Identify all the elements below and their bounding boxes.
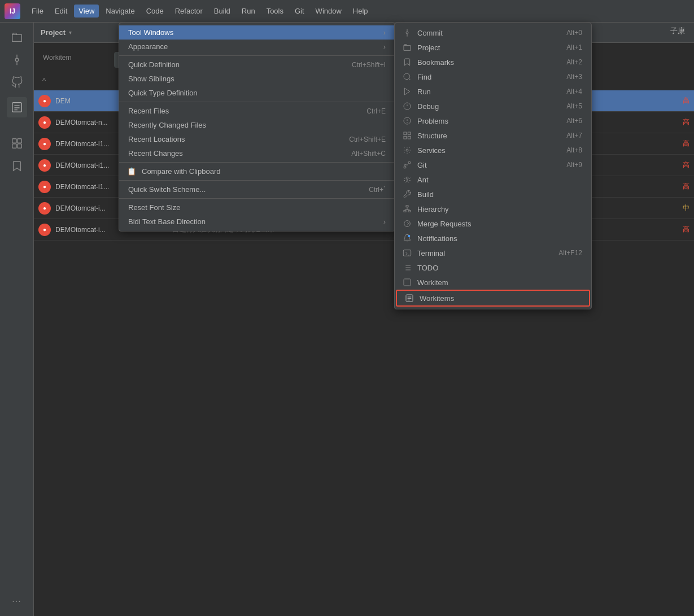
merge-requests-icon xyxy=(401,219,413,228)
menu-item-label: Hierarchy xyxy=(417,205,449,213)
svg-rect-25 xyxy=(404,136,407,139)
svg-rect-32 xyxy=(404,211,406,212)
menu-item-label: Commit xyxy=(417,29,443,37)
submenu-arrow: › xyxy=(383,42,386,51)
shortcut: Alt+0 xyxy=(566,29,582,37)
menu-item-label: Structure xyxy=(417,132,447,140)
svg-rect-23 xyxy=(404,132,407,135)
menu-item-workitem[interactable]: Workitem xyxy=(395,275,591,290)
menu-item-recent-files[interactable]: Recent Files Ctrl+E xyxy=(119,104,395,118)
menu-item-project[interactable]: Project Alt+1 xyxy=(395,40,591,55)
menu-item-bidi-text[interactable]: Bidi Text Base Direction › xyxy=(119,215,395,229)
menu-item-label: Build xyxy=(417,190,434,199)
svg-rect-31 xyxy=(406,206,408,207)
menu-item-todo[interactable]: TODO xyxy=(395,260,591,275)
workitem-icon xyxy=(401,278,413,287)
menu-item-workitems[interactable]: Workitems xyxy=(396,290,590,307)
menu-item-commit[interactable]: Commit Alt+0 xyxy=(395,25,591,40)
menu-divider xyxy=(119,102,395,102)
menu-item-git[interactable]: Git Alt+9 xyxy=(395,158,591,172)
menu-item-recent-locations[interactable]: Recent Locations Ctrl+Shift+E xyxy=(119,132,395,146)
commit-icon xyxy=(401,28,413,37)
menu-item-label: Show Siblings xyxy=(128,75,174,83)
menu-item-label: Recent Locations xyxy=(128,135,185,143)
svg-point-29 xyxy=(408,161,411,164)
menu-item-appearance[interactable]: Appearance › xyxy=(119,40,395,54)
menu-divider xyxy=(119,162,395,163)
menu-item-quick-switch[interactable]: Quick Switch Scheme... Ctrl+` xyxy=(119,182,395,196)
menu-item-label: Quick Switch Scheme... xyxy=(128,185,206,194)
menu-item-label: Debug xyxy=(417,102,439,111)
menu-item-terminal[interactable]: Terminal Alt+F12 xyxy=(395,246,591,260)
menu-item-ant[interactable]: Ant xyxy=(395,172,591,187)
menu-item-label: Reset Font Size xyxy=(128,203,181,212)
menu-item-hierarchy[interactable]: Hierarchy xyxy=(395,202,591,216)
menu-item-show-siblings[interactable]: Show Siblings xyxy=(119,72,395,86)
svg-point-27 xyxy=(406,149,408,151)
shortcut: Alt+7 xyxy=(566,132,582,139)
todo-icon xyxy=(401,263,413,272)
menu-item-label: Bookmarks xyxy=(417,58,454,67)
menu-item-tool-windows[interactable]: Tool Windows › xyxy=(119,25,395,40)
menu-item-build[interactable]: Build xyxy=(395,187,591,202)
svg-rect-26 xyxy=(408,136,411,139)
menu-item-run[interactable]: Run Alt+4 xyxy=(395,84,591,99)
svg-rect-48 xyxy=(406,295,413,302)
shortcut: Alt+8 xyxy=(566,146,582,154)
workitems-icon xyxy=(404,294,415,303)
shortcut: Ctrl+` xyxy=(369,186,386,194)
menu-item-compare-clipboard[interactable]: 📋 Compare with Clipboard xyxy=(119,164,395,178)
menu-item-reset-font[interactable]: Reset Font Size xyxy=(119,200,395,215)
menu-item-problems[interactable]: Problems Alt+6 xyxy=(395,113,591,128)
menu-item-label: Tool Windows xyxy=(128,28,173,37)
menu-item-label: Quick Definition xyxy=(128,60,180,69)
menu-item-label: Project xyxy=(417,43,440,52)
svg-line-15 xyxy=(409,78,411,80)
svg-point-30 xyxy=(406,177,408,179)
menu-item-find[interactable]: Find Alt+3 xyxy=(395,69,591,84)
find-icon xyxy=(401,72,413,81)
notifications-icon xyxy=(401,234,413,243)
build-icon xyxy=(401,190,413,199)
menu-overlay: Tool Windows › Appearance › Quick Defini… xyxy=(0,0,694,616)
menu-item-structure[interactable]: Structure Alt+7 xyxy=(395,128,591,143)
shortcut: Alt+1 xyxy=(566,43,582,51)
submenu-arrow: › xyxy=(383,217,386,226)
git-icon xyxy=(401,160,413,169)
menu-item-label: Git xyxy=(417,161,427,169)
svg-rect-24 xyxy=(408,132,411,135)
menu-item-bookmarks[interactable]: Bookmarks Alt+2 xyxy=(395,55,591,69)
menu-item-label: Recent Files xyxy=(128,107,169,115)
menu-item-label: Compare with Clipboard xyxy=(142,167,220,176)
project-icon xyxy=(401,43,413,52)
problems-icon xyxy=(401,116,413,125)
shortcut: Alt+F12 xyxy=(558,249,582,257)
menu-item-label: TODO xyxy=(417,264,438,272)
shortcut: Alt+Shift+C xyxy=(351,150,386,158)
menu-item-notifications[interactable]: Notifications xyxy=(395,231,591,246)
menu-item-label: Appearance xyxy=(128,42,168,51)
menu-item-recently-changed[interactable]: Recently Changed Files xyxy=(119,118,395,132)
menu-item-label: Quick Type Definition xyxy=(128,89,198,97)
ant-icon xyxy=(401,175,413,184)
shortcut: Alt+9 xyxy=(566,161,582,169)
menu-item-label: Ant xyxy=(417,176,429,184)
menu-item-debug[interactable]: Debug Alt+5 xyxy=(395,99,591,113)
menu-item-recent-changes[interactable]: Recent Changes Alt+Shift+C xyxy=(119,146,395,160)
run-icon xyxy=(401,87,413,96)
shortcut: Alt+6 xyxy=(566,117,582,125)
svg-rect-39 xyxy=(403,250,411,256)
menu-item-quick-type-def[interactable]: Quick Type Definition xyxy=(119,86,395,100)
menu-item-label: Find xyxy=(417,73,431,81)
shortcut: Alt+5 xyxy=(566,102,582,110)
menu-item-label: Notifications xyxy=(417,234,457,243)
menu-item-label: Bidi Text Base Direction xyxy=(128,217,206,226)
menu-divider xyxy=(119,180,395,181)
debug-icon xyxy=(401,102,413,111)
submenu-arrow: › xyxy=(383,28,386,37)
menu-item-quick-def[interactable]: Quick Definition Ctrl+Shift+I xyxy=(119,58,395,72)
services-icon xyxy=(401,146,413,155)
menu-item-services[interactable]: Services Alt+8 xyxy=(395,143,591,158)
menu-item-merge-requests[interactable]: Merge Requests xyxy=(395,216,591,231)
shortcut: Alt+4 xyxy=(566,88,582,95)
